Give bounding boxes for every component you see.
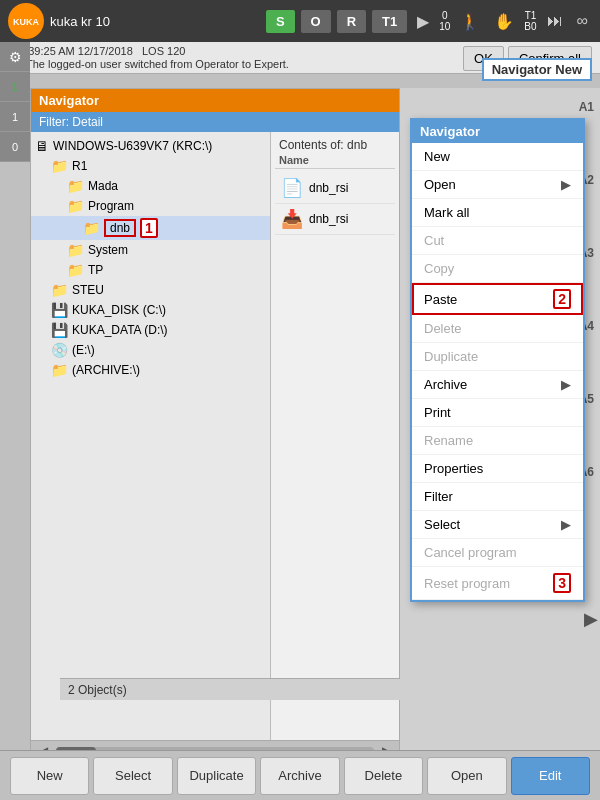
toolbar: KUKA kuka kr 10 S O R T1 ▶ 010 🚶 ✋ T1B0 … [0, 0, 600, 42]
tree-item-kuka-disk[interactable]: 💾 KUKA_DISK (C:\) [31, 300, 270, 320]
info-location: LOS 120 [142, 45, 185, 57]
menu-item-delete: Delete [412, 315, 583, 343]
tree-item-system[interactable]: 📁 System [31, 240, 270, 260]
menu-item-paste[interactable]: Paste2 [412, 283, 583, 315]
tree-item-program[interactable]: 📁 Program [31, 196, 270, 216]
drive-icon-c: 💾 [51, 302, 68, 318]
file-icon-1: 📄 [281, 177, 303, 199]
tree-label-mada: Mada [88, 179, 118, 193]
r-button[interactable]: R [337, 10, 366, 33]
menu-item-label: Print [424, 405, 451, 420]
context-menu-title: Navigator [420, 124, 480, 139]
person-icon: 🚶 [456, 10, 484, 33]
menu-arrow-icon: ▶ [561, 517, 571, 532]
tree-item-steu[interactable]: 📁 STEU [31, 280, 270, 300]
menu-item-filter[interactable]: Filter [412, 483, 583, 511]
folder-icon-system: 📁 [67, 242, 84, 258]
skip-icon[interactable]: ⏭ [543, 10, 567, 32]
folder-icon-r1: 📁 [51, 158, 68, 174]
menu-arrow-icon: ▶ [561, 377, 571, 392]
s-button[interactable]: S [266, 10, 295, 33]
tree-item-mada[interactable]: 📁 Mada [31, 176, 270, 196]
tree-label-program: Program [88, 199, 134, 213]
menu-items-container: NewOpen▶Mark allCutCopyPaste2DeleteDupli… [412, 143, 583, 600]
tree-label-e-drive: (E:\) [72, 343, 95, 357]
menu-item-duplicate: Duplicate [412, 343, 583, 371]
infinity-icon[interactable]: ∞ [573, 10, 592, 32]
menu-item-cancel-program: Cancel program [412, 539, 583, 567]
t1-button[interactable]: T1 [372, 10, 407, 33]
content-item-dnb-rsi-2[interactable]: 📥 dnb_rsi [275, 204, 395, 235]
delete-button[interactable]: Delete [344, 757, 423, 795]
menu-item-archive[interactable]: Archive▶ [412, 371, 583, 399]
contents-label: Contents of: dnb [279, 138, 367, 152]
drive-icon-e: 💿 [51, 342, 68, 358]
folder-icon-program: 📁 [67, 198, 84, 214]
open-button[interactable]: Open [427, 757, 506, 795]
paste-number-label: 2 [553, 289, 571, 309]
new-button[interactable]: New [10, 757, 89, 795]
tree-root[interactable]: 🖥 WINDOWS-U639VK7 (KRC:\) [31, 136, 270, 156]
dnb-number-label: 1 [140, 218, 158, 238]
navigator-title: Navigator [39, 93, 99, 108]
nav-icon-4[interactable]: 0 [0, 132, 30, 162]
reset-number-label: 3 [553, 573, 571, 593]
toolbar-title: kuka kr 10 [50, 14, 260, 29]
menu-item-label: Open [424, 177, 456, 192]
tree-label-kuka-data: KUKA_DATA (D:\) [72, 323, 168, 337]
menu-item-label: Cancel program [424, 545, 517, 560]
tree-label-system: System [88, 243, 128, 257]
menu-item-copy: Copy [412, 255, 583, 283]
menu-item-label: Properties [424, 461, 483, 476]
status-text: 2 Object(s) [68, 683, 127, 697]
pc-icon: 🖥 [35, 138, 49, 154]
tree-item-kuka-data[interactable]: 💾 KUKA_DATA (D:\) [31, 320, 270, 340]
navigator-header: Navigator [31, 89, 399, 112]
tree-label-steu: STEU [72, 283, 104, 297]
archive-button[interactable]: Archive [260, 757, 339, 795]
duplicate-button[interactable]: Duplicate [177, 757, 256, 795]
file-icon-2: 📥 [281, 208, 303, 230]
navigator-body: 🖥 WINDOWS-U639VK7 (KRC:\) 📁 R1 📁 Mada 📁 … [31, 132, 399, 740]
menu-item-new[interactable]: New [412, 143, 583, 171]
edit-button[interactable]: Edit [511, 757, 590, 795]
tree-item-tp[interactable]: 📁 TP [31, 260, 270, 280]
select-button[interactable]: Select [93, 757, 172, 795]
play-icon[interactable]: ▶ [413, 10, 433, 33]
right-arrow-icon[interactable]: ▶ [584, 608, 598, 630]
navigator-panel: Navigator Filter: Detail 🖥 WINDOWS-U639V… [30, 88, 400, 750]
navigator-filter[interactable]: Filter: Detail [31, 112, 399, 132]
menu-item-label: Select [424, 517, 460, 532]
tree-item-e-drive[interactable]: 💿 (E:\) [31, 340, 270, 360]
nav-icon-1[interactable]: ⚙ [0, 42, 30, 72]
menu-item-select[interactable]: Select▶ [412, 511, 583, 539]
menu-item-label: Duplicate [424, 349, 478, 364]
tree-panel: 🖥 WINDOWS-U639VK7 (KRC:\) 📁 R1 📁 Mada 📁 … [31, 132, 271, 740]
menu-item-label: Filter [424, 489, 453, 504]
tree-item-r1[interactable]: 📁 R1 [31, 156, 270, 176]
context-menu: Navigator NewOpen▶Mark allCutCopyPaste2D… [410, 118, 585, 602]
menu-item-cut: Cut [412, 227, 583, 255]
left-nav: ⚙ 1 1 0 [0, 42, 30, 162]
content-item-dnb-rsi-1[interactable]: 📄 dnb_rsi [275, 173, 395, 204]
tree-item-archive[interactable]: 📁 (ARCHIVE:\) [31, 360, 270, 380]
menu-item-label: Reset program [424, 576, 510, 591]
menu-item-reset-program: Reset program3 [412, 567, 583, 600]
tree-label-dnb: dnb [104, 219, 136, 237]
menu-item-print[interactable]: Print [412, 399, 583, 427]
folder-icon-tp: 📁 [67, 262, 84, 278]
nav-icon-2[interactable]: 1 [0, 72, 30, 102]
o-button[interactable]: O [301, 10, 331, 33]
drive-icon-d: 💾 [51, 322, 68, 338]
menu-item-label: Copy [424, 261, 454, 276]
tree-item-dnb[interactable]: 📁 dnb 1 [31, 216, 270, 240]
content-label-1: dnb_rsi [309, 181, 348, 195]
menu-item-open[interactable]: Open▶ [412, 171, 583, 199]
tree-root-label: WINDOWS-U639VK7 (KRC:\) [53, 139, 212, 153]
menu-item-mark-all[interactable]: Mark all [412, 199, 583, 227]
menu-item-properties[interactable]: Properties [412, 455, 583, 483]
nav-icon-3[interactable]: 1 [0, 102, 30, 132]
tree-label-archive: (ARCHIVE:\) [72, 363, 140, 377]
main-area: Navigator Filter: Detail 🖥 WINDOWS-U639V… [30, 88, 600, 750]
status-bar: 2 Object(s) [60, 678, 400, 700]
